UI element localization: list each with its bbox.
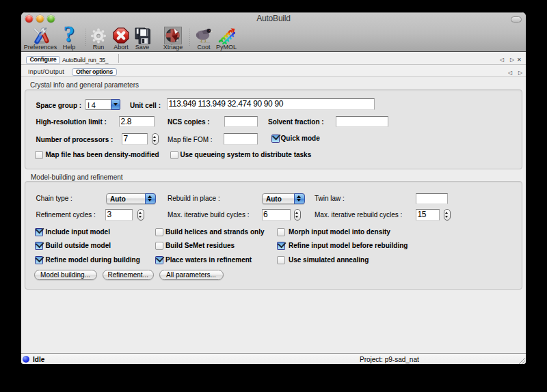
- svg-text:?: ?: [64, 26, 75, 44]
